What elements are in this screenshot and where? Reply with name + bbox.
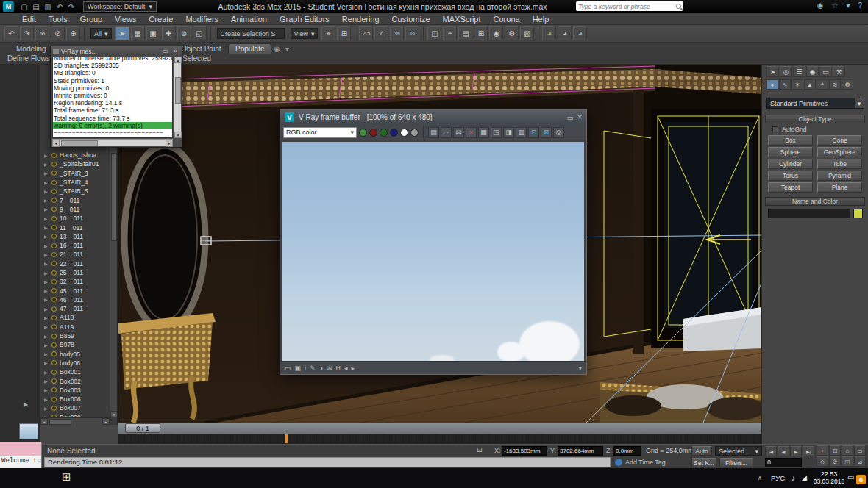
object-color-swatch[interactable] — [853, 209, 863, 218]
scene-object-row[interactable]: ▶ A118 — [42, 313, 108, 322]
select-by-name-icon[interactable]: ▦ — [131, 26, 145, 40]
z-coordinate-field[interactable]: 0,0mm — [613, 446, 641, 456]
open-file-icon[interactable]: ▤ — [30, 1, 42, 12]
language-indicator[interactable]: РУС — [771, 474, 785, 482]
expand-arrow-icon[interactable]: ▶ — [44, 252, 51, 257]
compare-icon[interactable]: ◨ — [503, 127, 514, 138]
save-image-icon[interactable]: ▤ — [428, 127, 439, 138]
maximize-icon[interactable]: ▭ — [567, 114, 574, 121]
expand-arrow-icon[interactable]: ▶ — [44, 406, 51, 411]
render-setup-icon[interactable]: ◕ — [542, 26, 556, 40]
expand-arrow-icon[interactable]: ▶ — [44, 306, 51, 312]
play-button[interactable]: ▶ — [790, 446, 802, 456]
scene-object-row[interactable]: ▶ 16 011 — [42, 241, 108, 250]
scene-object-row[interactable]: ▶ 9 011 — [42, 205, 108, 214]
scrollbar-thumb[interactable] — [175, 77, 181, 104]
primitives-dropdown[interactable]: Standard Primitives ▾ — [766, 98, 864, 109]
selection-lock-icon[interactable]: ⊡ — [477, 446, 483, 453]
channel-circle-icon[interactable] — [369, 129, 377, 137]
scene-object-row[interactable]: ▶ body06 — [42, 359, 108, 367]
schematic-view-icon[interactable]: ⚙ — [505, 26, 519, 40]
ribbon-tab-object-paint[interactable]: Object Paint — [181, 45, 221, 53]
undo-icon[interactable]: ↶ — [4, 26, 18, 40]
expand-arrow-icon[interactable]: ▶ — [44, 315, 51, 320]
start-button[interactable]: ⊞ — [62, 470, 71, 484]
object-name-field[interactable] — [768, 209, 850, 218]
search-icon[interactable] — [676, 4, 681, 9]
zoom-icon[interactable]: + — [817, 445, 828, 456]
expand-arrow-icon[interactable]: ▶ — [44, 397, 51, 402]
track-mouse-icon[interactable]: ⊡ — [528, 127, 539, 138]
channel-circle-icon[interactable] — [410, 129, 419, 137]
scene-object-row[interactable]: ▶ 47 011 — [42, 304, 108, 313]
selection-set-dropdown[interactable]: Selected ▾ — [715, 446, 762, 456]
primitive-button[interactable]: Sphere — [768, 147, 813, 157]
undo-icon[interactable]: ↶ — [54, 1, 65, 12]
expand-arrow-icon[interactable]: ▶ — [44, 288, 51, 293]
layer-manager-icon[interactable]: ▤ — [458, 26, 472, 40]
expand-arrow-icon[interactable]: ▶ — [44, 378, 51, 384]
pan-icon[interactable]: ◇ — [817, 456, 828, 467]
send-icon[interactable]: ✉ — [453, 127, 464, 138]
graphite-icon[interactable]: ⊞ — [474, 26, 488, 40]
scene-object-row[interactable]: ▶ B859 — [42, 331, 108, 340]
expand-arrow-icon[interactable]: ▶ — [44, 207, 51, 212]
info-icon[interactable]: i — [305, 365, 306, 372]
go-end-button[interactable]: ▶| — [803, 446, 814, 456]
spinner-snap-icon[interactable]: ⊙ — [405, 26, 419, 40]
channel-circle-icon[interactable] — [400, 129, 408, 137]
autogrid-checkbox[interactable] — [772, 126, 778, 132]
scene-object-row[interactable]: ▶ 32 011 — [42, 277, 108, 286]
vray-messages-titlebar[interactable]: V-Ray mes... ▭ × — [51, 46, 182, 56]
pencil-icon[interactable]: ✎ — [310, 365, 316, 372]
notifications-icon[interactable]: ▾ — [846, 1, 850, 10]
populate-icon[interactable]: ◉ — [274, 45, 280, 53]
menu-item[interactable]: Help — [533, 15, 549, 24]
geometry-icon[interactable]: ● — [766, 79, 778, 90]
expand-arrow-icon[interactable]: ▶ — [44, 360, 51, 365]
expand-arrow-icon[interactable]: ▶ — [44, 171, 51, 176]
clear-icon[interactable]: × — [466, 127, 477, 138]
rect-region-icon[interactable]: ▣ — [146, 26, 160, 40]
scene-object-row[interactable]: ▶ Box007 — [42, 403, 108, 412]
favorites-icon[interactable]: ☆ — [831, 1, 838, 10]
select-object-icon[interactable]: ➤ — [115, 26, 129, 40]
ribbon-tab-define-flows[interactable]: Define Flows — [7, 54, 50, 62]
scene-object-row[interactable]: ▶ 7 011 — [42, 195, 108, 204]
primitive-button[interactable]: Cone — [817, 135, 862, 146]
expand-arrow-icon[interactable]: ▶ — [44, 334, 51, 339]
symmetry-icon[interactable]: ⊞ — [337, 26, 351, 40]
channel-circle-icon[interactable] — [390, 129, 398, 137]
primitive-button[interactable]: Teapot — [768, 182, 813, 193]
expand-arrow-icon[interactable]: ▶ — [44, 351, 51, 356]
menu-item[interactable]: Tools — [49, 15, 68, 24]
duplicate-icon[interactable]: ▦ — [478, 127, 489, 138]
named-selection-set-field[interactable]: Create Selection S — [217, 28, 285, 39]
material-editor-icon[interactable]: ▧ — [520, 26, 534, 40]
expand-arrow-icon[interactable]: ▶ — [44, 216, 51, 221]
scroll-left-icon[interactable]: ◂ — [52, 140, 60, 147]
motion-tab[interactable]: ◉ — [806, 66, 819, 77]
menu-item[interactable]: Animation — [231, 15, 267, 24]
selection-filter-dropdown[interactable]: All ▾ — [90, 28, 112, 39]
scene-horizontal-scrollbar[interactable]: ◂ ▸ — [40, 417, 110, 425]
zoom-extents-icon[interactable]: ⌂ — [842, 445, 853, 456]
display-tab[interactable]: ▭ — [819, 66, 832, 77]
expand-arrow-icon[interactable]: ▶ — [44, 261, 51, 266]
tray-overflow-icon[interactable]: ∧ — [758, 475, 762, 481]
add-time-tag-label[interactable]: Add Time Tag — [625, 459, 666, 466]
cameras-icon[interactable]: ▲ — [804, 79, 816, 90]
menu-item[interactable]: Create — [149, 15, 173, 24]
menu-item[interactable]: MAXScript — [443, 15, 481, 24]
scene-object-row[interactable]: ▶ Hands_Ishoa — [42, 151, 108, 159]
scene-object-row[interactable]: ▶ _STAIR_3 — [42, 169, 108, 178]
new-scene-icon[interactable]: ▢ — [18, 1, 30, 12]
angle-snap-icon[interactable]: ∠ — [374, 26, 388, 40]
hierarchy-tab[interactable]: ☰ — [793, 66, 805, 77]
maxscript-listener-white[interactable]: Welcome tc — [0, 456, 42, 468]
scroll-left-icon[interactable]: ◂ — [40, 418, 48, 425]
render-frame-icon[interactable]: ◕ — [558, 26, 572, 40]
current-frame-field[interactable]: 0 — [765, 458, 802, 467]
ribbon-tab-modeling[interactable]: Modeling — [16, 45, 46, 53]
expand-arrow-icon[interactable]: ▶ — [44, 342, 51, 348]
